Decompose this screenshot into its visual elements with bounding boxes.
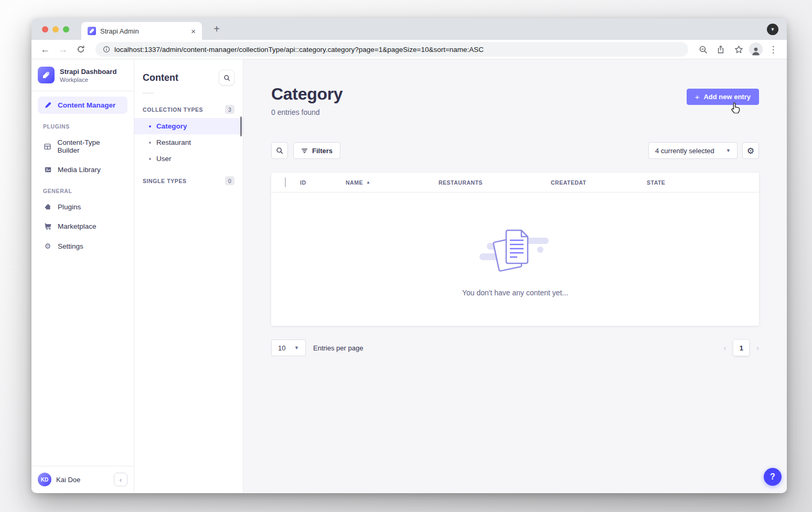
column-header-id[interactable]: ID	[300, 179, 346, 186]
table-header-row: ID Name ▲ Restaurants CreatedAt State	[271, 173, 759, 193]
tab-close-icon[interactable]: ×	[190, 27, 197, 36]
chevron-down-icon: ▼	[726, 148, 731, 153]
address-bar[interactable]: localhost:1337/admin/content-manager/col…	[95, 42, 688, 57]
pagination-bar: 10 ▼ Entries per page ‹ 1 ›	[271, 339, 759, 356]
browser-window: Strapi Admin × + ▼ ← → localhost:1337/ad…	[31, 18, 787, 493]
site-info-icon[interactable]	[103, 46, 110, 53]
tab-search-button[interactable]: ▼	[767, 24, 778, 35]
workspace-brand[interactable]: Strapi Dashboard Workplace	[31, 59, 134, 90]
subnav-title: Content	[143, 72, 178, 83]
new-tab-button[interactable]: +	[209, 23, 224, 37]
sidebar-divider	[31, 91, 134, 91]
filters-label: Filters	[312, 147, 333, 155]
column-header-createdat[interactable]: CreatedAt	[551, 179, 647, 186]
sidebar-item-label: Plugins	[58, 203, 81, 211]
next-page-icon[interactable]: ›	[756, 344, 759, 352]
main-content: Category 0 entries found + Add new entry…	[243, 59, 787, 493]
current-page-button[interactable]: 1	[733, 340, 749, 356]
sidebar-item-content-type-builder[interactable]: Content-Type Builder	[38, 134, 127, 159]
mouse-cursor	[731, 102, 741, 115]
sort-asc-icon[interactable]: ▲	[366, 180, 370, 185]
sidebar-section-plugins: Plugins	[31, 116, 134, 134]
browser-menu-icon[interactable]: ⋮	[766, 42, 781, 57]
zoom-window-button[interactable]	[63, 26, 69, 33]
bullet-icon	[149, 125, 151, 127]
subnav-item-restaurant[interactable]: Restaurant	[134, 134, 243, 151]
single-types-count-badge: 0	[225, 176, 234, 185]
sidebar-item-label: Marketplace	[58, 222, 97, 230]
collection-types-heading: Collection Types	[143, 106, 203, 113]
entries-per-page-label: Entries per page	[313, 344, 363, 352]
user-avatar[interactable]: KD	[38, 473, 51, 486]
empty-documents-illustration	[473, 222, 557, 277]
browser-profile-avatar[interactable]	[749, 42, 763, 56]
column-header-state[interactable]: State	[647, 179, 759, 186]
add-new-entry-label: Add new entry	[703, 93, 751, 101]
bookmark-star-icon[interactable]	[731, 42, 746, 57]
layout-grid-icon	[43, 143, 52, 151]
zoom-icon[interactable]	[696, 42, 710, 57]
view-settings-button[interactable]: ⚙	[742, 142, 759, 159]
url-text: localhost:1337/admin/content-manager/col…	[114, 46, 484, 54]
back-button[interactable]: ←	[38, 42, 52, 57]
bullet-icon	[149, 142, 151, 144]
subnav-search-button[interactable]	[219, 70, 234, 86]
search-icon	[223, 74, 230, 81]
workspace-subtitle: Workplace	[60, 77, 116, 83]
strapi-favicon	[88, 27, 96, 35]
sidebar-item-marketplace[interactable]: Marketplace	[38, 218, 127, 235]
gear-icon: ⚙	[43, 242, 52, 250]
sidebar-user-footer: KD Kai Doe ‹	[31, 466, 134, 493]
pen-icon	[43, 101, 52, 109]
tab-title: Strapi Admin	[100, 27, 186, 35]
page-title: Category	[271, 84, 343, 104]
reload-button[interactable]	[73, 42, 88, 57]
single-types-heading: Single Types	[143, 178, 187, 184]
select-all-checkbox[interactable]	[285, 177, 286, 187]
user-name: Kai Doe	[56, 476, 109, 484]
image-icon	[43, 166, 52, 174]
minimize-window-button[interactable]	[52, 26, 59, 33]
empty-state: You don't have any content yet...	[271, 193, 759, 326]
main-sidebar: Strapi Dashboard Workplace Content Manag…	[31, 59, 134, 493]
help-button[interactable]: ?	[764, 468, 782, 486]
cart-icon	[43, 222, 52, 230]
field-selection-value: 4 currently selected	[655, 147, 714, 155]
bullet-icon	[149, 158, 151, 160]
browser-tab[interactable]: Strapi Admin ×	[81, 22, 202, 40]
page-size-dropdown[interactable]: 10 ▼	[271, 339, 306, 356]
strapi-logo	[38, 67, 55, 83]
filter-icon	[301, 147, 308, 154]
collection-types-count-badge: 3	[225, 105, 234, 114]
collapse-sidebar-button[interactable]: ‹	[114, 473, 127, 486]
entries-count: 0 entries found	[271, 108, 343, 116]
column-header-name[interactable]: Name	[346, 179, 363, 186]
sidebar-item-label: Settings	[58, 242, 83, 250]
sidebar-item-content-manager[interactable]: Content Manager	[38, 97, 127, 114]
share-icon[interactable]	[713, 42, 728, 57]
strapi-admin-app: Strapi Dashboard Workplace Content Manag…	[31, 59, 787, 493]
subnav-item-user[interactable]: User	[134, 151, 243, 167]
close-window-button[interactable]	[42, 26, 48, 33]
content-subnav: Content Collection Types 3 Category Rest…	[134, 59, 243, 493]
sidebar-item-label: Content-Type Builder	[58, 138, 122, 154]
sidebar-item-media-library[interactable]: Media Library	[38, 161, 127, 178]
subnav-divider	[143, 93, 154, 93]
browser-toolbar: ← → localhost:1337/admin/content-manager…	[31, 40, 787, 59]
subnav-item-category[interactable]: Category	[134, 118, 243, 134]
field-selection-dropdown[interactable]: 4 currently selected ▼	[648, 142, 738, 159]
empty-state-message: You don't have any content yet...	[462, 289, 568, 297]
sidebar-item-settings[interactable]: ⚙ Settings	[38, 237, 127, 255]
plus-icon: +	[695, 93, 700, 101]
forward-button[interactable]: →	[56, 42, 70, 57]
column-header-restaurants[interactable]: Restaurants	[439, 179, 551, 186]
page-size-value: 10	[278, 344, 285, 352]
add-new-entry-button[interactable]: + Add new entry	[687, 89, 759, 105]
scrollbar-thumb[interactable]	[240, 116, 242, 136]
table-search-button[interactable]	[271, 142, 288, 159]
previous-page-icon[interactable]: ‹	[724, 344, 726, 352]
puzzle-icon	[43, 203, 52, 211]
sidebar-item-plugins[interactable]: Plugins	[38, 198, 127, 216]
filters-button[interactable]: Filters	[293, 142, 340, 159]
sidebar-item-label: Media Library	[58, 166, 101, 174]
